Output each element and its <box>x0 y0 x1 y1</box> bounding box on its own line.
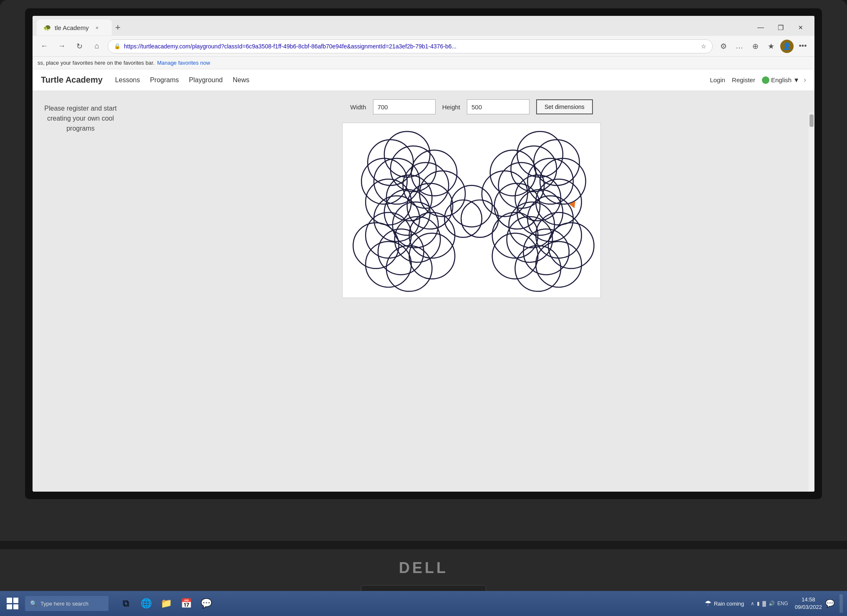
refresh-button[interactable]: ↻ <box>73 40 86 53</box>
language-label: English <box>771 76 792 83</box>
windows-logo <box>7 598 18 609</box>
taskbar-apps: ⧉ 🌐 📁 📅 💬 <box>117 594 215 613</box>
show-desktop-button[interactable] <box>839 594 843 613</box>
nav-programs[interactable]: Programs <box>150 76 179 84</box>
url-bar[interactable]: 🔒 https://turtleacademy.com/playground?c… <box>108 39 713 53</box>
sidebar-message: Please register and start creating your … <box>41 104 120 134</box>
language-dropdown-icon: ▼ <box>793 76 799 83</box>
eng-label: ENG <box>777 601 788 606</box>
left-sidebar: Please register and start creating your … <box>33 91 129 492</box>
vertical-scrollbar[interactable] <box>809 113 814 492</box>
nav-lessons[interactable]: Lessons <box>115 76 140 84</box>
close-button[interactable]: ✕ <box>791 21 810 34</box>
calendar-button[interactable]: 📅 <box>177 594 195 613</box>
file-explorer-button[interactable]: 📁 <box>157 594 175 613</box>
scroll-indicator: › <box>804 76 806 84</box>
favorites-star-icon[interactable]: ☆ <box>701 43 706 50</box>
search-icon: 🔍 <box>30 600 37 607</box>
width-input[interactable] <box>373 99 436 114</box>
height-label: Height <box>442 104 460 111</box>
edge-browser-button[interactable]: 🌐 <box>137 594 155 613</box>
address-bar: ← → ↻ ⌂ 🔒 https://turtleacademy.com/play… <box>33 36 814 57</box>
turtle-drawing <box>343 123 600 298</box>
tab-bar: 🐢 tle Academy × + — ❐ ✕ <box>33 16 814 36</box>
turtle-canvas <box>342 123 601 298</box>
more-button[interactable]: ••• <box>796 40 809 53</box>
calendar-icon: 📅 <box>181 598 192 609</box>
window-controls: — ❐ ✕ <box>751 21 810 34</box>
teams-button[interactable]: 💬 <box>197 594 215 613</box>
browser-chrome: 🐢 tle Academy × + — ❐ ✕ ← → ↻ <box>33 16 814 69</box>
height-input[interactable] <box>467 99 529 114</box>
profile-avatar[interactable]: 👤 <box>780 40 794 53</box>
weather-text: Rain coming <box>714 601 744 607</box>
taskbar-search[interactable]: 🔍 Type here to search <box>25 596 108 611</box>
clock-time: 14:58 <box>802 596 815 603</box>
start-button[interactable] <box>4 595 21 612</box>
favorites-bar: ss, place your favorites here on the fav… <box>33 57 814 69</box>
url-text: https://turtleacademy.com/playground?cla… <box>124 43 698 50</box>
notifications-icon[interactable]: 💬 <box>825 599 834 608</box>
nav-playground[interactable]: Playground <box>189 76 223 84</box>
search-placeholder: Type here to search <box>40 601 88 607</box>
system-clock[interactable]: 14:58 09/03/2022 <box>795 596 822 611</box>
browser-tools: ⚙ … ⊕ ★ 👤 ••• <box>717 40 809 53</box>
scrollbar-thumb[interactable] <box>809 114 814 127</box>
teams-icon: 💬 <box>201 598 212 609</box>
width-label: Width <box>350 104 366 111</box>
browser-menu-button[interactable]: … <box>733 40 746 53</box>
tab-close-button[interactable]: × <box>96 25 99 31</box>
restore-button[interactable]: ❐ <box>771 21 790 34</box>
weather-widget[interactable]: ☂ Rain coming <box>705 599 744 608</box>
home-button[interactable]: ⌂ <box>90 40 103 53</box>
globe-icon <box>762 76 769 84</box>
extensions-button[interactable]: ⚙ <box>717 40 730 53</box>
site-nav-links: Lessons Programs Playground News <box>115 76 250 84</box>
main-area: Please register and start creating your … <box>33 91 814 492</box>
edge-icon: 🌐 <box>141 598 152 609</box>
manage-favorites-link[interactable]: Manage favorites now <box>157 60 210 66</box>
taskbar: 🔍 Type here to search ⧉ 🌐 📁 📅 💬 ☂ <box>0 591 847 616</box>
lock-icon: 🔒 <box>114 43 121 49</box>
share-button[interactable]: ⊕ <box>749 40 762 53</box>
tab-favicon: 🐢 <box>43 24 51 31</box>
laptop-shell: 🐢 tle Academy × + — ❐ ✕ ← → ↻ <box>0 0 847 616</box>
task-view-button[interactable]: ⧉ <box>117 594 135 613</box>
battery-icon: ▮ <box>757 601 760 606</box>
language-selector[interactable]: English ▼ <box>762 76 799 84</box>
up-arrow-icon[interactable]: ∧ <box>751 601 754 606</box>
screen-bezel: 🐢 tle Academy × + — ❐ ✕ ← → ↻ <box>25 8 822 499</box>
wifi-icon: ▓ <box>762 601 766 606</box>
favorites-button[interactable]: ★ <box>764 40 778 53</box>
folder-icon: 📁 <box>161 598 172 609</box>
screen-content: 🐢 tle Academy × + — ❐ ✕ ← → ↻ <box>33 16 814 492</box>
site-nav: Turtle Academy Lessons Programs Playgrou… <box>33 69 814 91</box>
canvas-area: Width Height Set dimensions <box>129 91 814 492</box>
laptop-hinge <box>0 541 847 549</box>
site-nav-right: Login Register English ▼ <box>710 76 799 84</box>
new-tab-button[interactable]: + <box>115 23 121 32</box>
nav-news[interactable]: News <box>233 76 250 84</box>
minimize-button[interactable]: — <box>751 21 770 34</box>
forward-button[interactable]: → <box>55 40 68 53</box>
task-view-icon: ⧉ <box>123 598 129 609</box>
login-link[interactable]: Login <box>710 76 725 83</box>
volume-icon[interactable]: 🔊 <box>769 601 775 606</box>
system-tray: ∧ ▮ ▓ 🔊 ENG <box>747 601 792 606</box>
taskbar-right: ☂ Rain coming ∧ ▮ ▓ 🔊 ENG 14:58 09/03/20… <box>705 594 843 613</box>
set-dimensions-button[interactable]: Set dimensions <box>536 99 593 114</box>
clock-date: 09/03/2022 <box>795 603 822 611</box>
dimensions-row: Width Height Set dimensions <box>350 99 592 114</box>
weather-icon: ☂ <box>705 599 711 608</box>
register-link[interactable]: Register <box>732 76 755 83</box>
website-content: Turtle Academy Lessons Programs Playgrou… <box>33 69 814 492</box>
back-button[interactable]: ← <box>38 40 51 53</box>
favorites-text: ss, place your favorites here on the fav… <box>38 60 154 66</box>
browser-tab[interactable]: 🐢 tle Academy × <box>37 20 112 35</box>
laptop-brand-logo: DELL <box>399 559 448 577</box>
tab-title: tle Academy <box>55 24 89 31</box>
svg-rect-0 <box>343 123 600 298</box>
site-logo[interactable]: Turtle Academy <box>41 75 103 85</box>
